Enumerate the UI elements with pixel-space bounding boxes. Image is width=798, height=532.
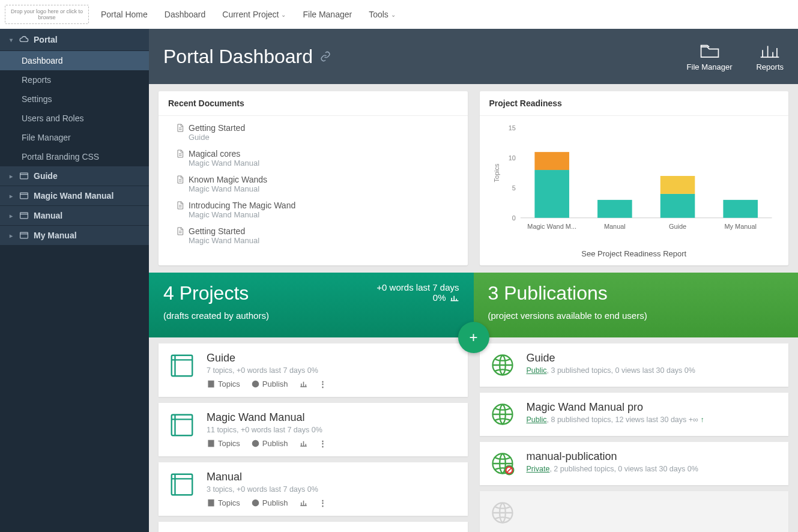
access-link[interactable]: Private — [527, 465, 550, 473]
readiness-report-link[interactable]: See Project Readiness Report — [480, 244, 789, 265]
header-action-file-manager[interactable]: File Manager — [687, 42, 733, 71]
svg-rect-0 — [20, 173, 28, 179]
topics-action[interactable]: Topics — [207, 439, 240, 448]
topnav-item[interactable]: Dashboard — [165, 10, 206, 19]
svg-rect-21 — [208, 381, 214, 387]
sidebar-item[interactable]: File Manager — [0, 128, 149, 147]
recent-doc-item[interactable]: Getting StartedGuide — [175, 119, 458, 145]
sidebar-item[interactable]: Settings — [0, 89, 149, 109]
globe-icon — [251, 498, 260, 507]
sidebar-item[interactable]: Reports — [0, 70, 149, 89]
book-icon — [19, 231, 29, 240]
topnav-item[interactable]: Tools⌄ — [369, 10, 396, 19]
project-item[interactable]: Manual3 topics, +0 words last 7 days 0%T… — [159, 462, 468, 516]
access-link[interactable]: Public — [527, 366, 547, 375]
document-icon — [207, 439, 216, 448]
publication-item[interactable]: GuidePublic, 3 published topics, 0 views… — [480, 343, 789, 387]
document-icon — [175, 175, 185, 184]
globe-icon — [489, 352, 516, 378]
more-action[interactable]: ⋮ — [319, 379, 327, 388]
topnav-item[interactable]: Current Project⌄ — [222, 10, 286, 19]
band-title: 3 Publications — [488, 282, 784, 304]
publish-action[interactable]: Publish — [251, 498, 288, 507]
band-stats: +0 words last 7 days 0% — [376, 282, 459, 303]
project-item[interactable]: Guide7 topics, +0 words last 7 days 0%To… — [159, 343, 468, 397]
stats-action[interactable] — [299, 379, 308, 388]
topics-action[interactable]: Topics — [207, 379, 240, 388]
svg-rect-11 — [534, 152, 569, 170]
svg-text:5: 5 — [512, 184, 515, 192]
stats-action[interactable] — [299, 498, 308, 507]
document-icon — [175, 226, 185, 236]
band-subtitle: (drafts created by authors) — [163, 310, 459, 321]
header-action-reports[interactable]: Reports — [756, 42, 784, 71]
svg-text:0: 0 — [512, 214, 515, 222]
more-action[interactable]: ⋮ — [319, 439, 327, 448]
recent-doc-item[interactable]: Getting StartedMagic Wand Manual — [175, 223, 458, 249]
sidebar-item[interactable]: Users and Roles — [0, 109, 149, 128]
publication-item[interactable] — [480, 491, 789, 532]
stats-action[interactable] — [299, 439, 308, 448]
sidebar-project[interactable]: ▸My Manual — [0, 226, 149, 246]
top-nav: Portal HomeDashboardCurrent Project⌄File… — [101, 10, 396, 19]
project-subtitle: 3 topics, +0 words last 7 days 0% — [207, 485, 458, 494]
trend-up-icon: ↑ — [700, 416, 704, 424]
card-header: Project Readiness — [480, 91, 789, 116]
globe-icon — [251, 379, 260, 388]
publication-title: manual-publication — [527, 450, 779, 463]
chevron-down-icon: ▾ — [7, 37, 14, 43]
access-link[interactable]: Public — [527, 416, 547, 424]
logo-dropzone[interactable]: Drop your logo here or click to browse — [5, 5, 89, 24]
project-title: Magic Wand Manual — [207, 411, 458, 424]
sidebar-project[interactable]: ▸Magic Wand Manual — [0, 186, 149, 206]
book-icon — [168, 352, 196, 379]
add-project-button[interactable]: + — [458, 322, 489, 353]
publish-action[interactable]: Publish — [251, 439, 288, 448]
sidebar-project[interactable]: ▸Manual — [0, 206, 149, 226]
sidebar-item[interactable]: Portal Branding CSS — [0, 147, 149, 166]
project-item[interactable]: Magic Wand Manual11 topics, +0 words las… — [159, 403, 468, 456]
svg-rect-15 — [660, 194, 695, 218]
recent-doc-item[interactable]: Known Magic WandsMagic Wand Manual — [175, 171, 458, 197]
sidebar-root-portal[interactable]: ▾ Portal — [0, 29, 149, 51]
chevron-right-icon: ▸ — [7, 213, 14, 219]
header-band: Portal Dashboard File Manager Reports — [149, 29, 798, 84]
topnav-item[interactable]: File Manager — [303, 10, 352, 19]
folder-icon — [700, 42, 720, 60]
recent-doc-item[interactable]: Magical coresMagic Wand Manual — [175, 145, 458, 171]
project-item[interactable]: My Manual — [159, 522, 468, 532]
sidebar-item[interactable]: Dashboard — [0, 51, 149, 70]
document-icon — [207, 379, 216, 388]
publish-action[interactable]: Publish — [251, 379, 288, 388]
book-icon — [168, 411, 196, 439]
summary-bands: 4 Projects (drafts created by authors) +… — [149, 273, 798, 337]
project-actions: TopicsPublish⋮ — [207, 439, 458, 448]
bar-chart-icon — [299, 498, 308, 507]
sidebar-project[interactable]: ▸Guide — [0, 166, 149, 186]
publication-item[interactable]: manual-publicationPrivate, 2 published t… — [480, 442, 789, 485]
page-title-text: Portal Dashboard — [163, 46, 313, 68]
book-icon — [19, 211, 29, 220]
chevron-right-icon: ▸ — [7, 193, 14, 199]
publication-subtitle: Private, 2 published topics, 0 views las… — [527, 465, 779, 473]
globe-icon — [489, 401, 516, 428]
topics-action[interactable]: Topics — [207, 498, 240, 507]
card-header: Recent Documents — [159, 91, 468, 116]
more-action[interactable]: ⋮ — [319, 498, 327, 507]
svg-rect-24 — [208, 440, 214, 447]
publication-title: Guide — [527, 352, 779, 364]
svg-rect-1 — [20, 193, 28, 199]
project-subtitle: 7 topics, +0 words last 7 days 0% — [207, 366, 458, 375]
card-recent-documents: Recent Documents Getting StartedGuideMag… — [159, 91, 468, 265]
svg-text:My Manual: My Manual — [724, 223, 757, 230]
chevron-right-icon: ▸ — [7, 232, 14, 239]
recent-doc-item[interactable]: Introducing The Magic WandMagic Wand Man… — [175, 197, 458, 223]
cloud-icon — [19, 35, 29, 44]
page-title: Portal Dashboard — [163, 46, 331, 68]
header-actions: File Manager Reports — [687, 42, 784, 71]
publication-item[interactable]: Magic Wand Manual proPublic, 8 published… — [480, 393, 789, 436]
book-icon — [168, 471, 196, 498]
topnav-item[interactable]: Portal Home — [101, 10, 148, 19]
band-projects: 4 Projects (drafts created by authors) +… — [149, 273, 474, 337]
chevron-down-icon: ⌄ — [281, 11, 286, 18]
